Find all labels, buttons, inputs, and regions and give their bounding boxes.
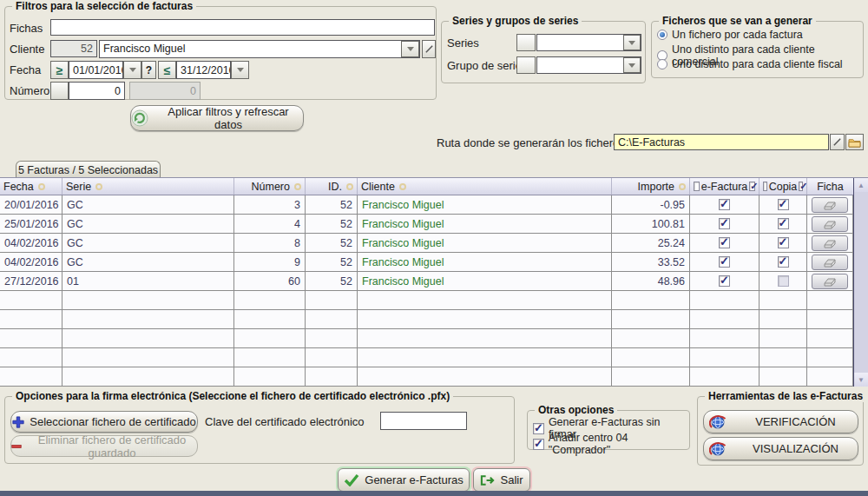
ficha-button[interactable] <box>812 274 848 289</box>
copia-checkbox[interactable] <box>778 275 789 287</box>
table-header-row: Fecha Serie Número ID. Cliente Importe e… <box>0 178 868 195</box>
table-row: 04/02/2016 GC 8 52 Francisco Miguel 25.2… <box>0 234 868 253</box>
header-importe[interactable]: Importe <box>612 178 690 195</box>
vertical-scrollbar[interactable]: ▲ ▼ <box>853 178 868 387</box>
efactura-checkbox[interactable] <box>719 256 730 268</box>
numero-input[interactable]: 0 <box>69 82 125 100</box>
scrollbar-down-button[interactable]: ▼ <box>854 373 868 387</box>
facturas-tab-label: 5 Facturas / 5 Seleccionadas <box>18 164 158 176</box>
cell-id: 52 <box>306 234 358 252</box>
cell-numero: 8 <box>234 234 306 252</box>
globe-icon <box>709 440 728 459</box>
ficha-icon <box>823 200 837 210</box>
copia-checkbox[interactable] <box>778 218 789 229</box>
grupo-series-label: Grupo de series <box>447 59 528 72</box>
scrollbar-up-button[interactable]: ▲ <box>854 178 868 192</box>
header-copia: Copia <box>760 178 807 195</box>
fecha-from-dropdown-button[interactable] <box>123 61 141 79</box>
cell-numero: 9 <box>234 253 306 271</box>
copia-checkbox[interactable] <box>778 199 789 210</box>
apply-filters-button[interactable]: Aplicar filtros y refrescar datos <box>130 105 304 131</box>
cell-id: 52 <box>306 195 358 214</box>
series-code-box[interactable] <box>516 34 536 51</box>
header-fecha[interactable]: Fecha <box>0 178 62 195</box>
numero-mode-button[interactable] <box>50 82 69 100</box>
ficha-button[interactable] <box>812 235 848 251</box>
cliente-dropdown-button[interactable] <box>401 41 419 57</box>
ruta-input[interactable]: C:\E-Facturas <box>614 134 829 150</box>
radio-icon[interactable] <box>657 30 667 40</box>
delete-certificate-button[interactable]: Eliminar fichero de certificado guardado <box>10 435 198 457</box>
select-certificate-button[interactable]: Seleccionar fichero de certificado <box>10 411 198 433</box>
clave-input[interactable] <box>380 412 467 430</box>
efactura-checkbox[interactable] <box>719 199 730 210</box>
radio-option-per-factura[interactable]: Un fichero por cada factura <box>657 29 803 41</box>
header-numero[interactable]: Número <box>234 178 306 195</box>
cell-numero: 3 <box>234 195 306 214</box>
efactura-all-checkbox[interactable] <box>749 182 755 191</box>
cell-efactura <box>690 234 760 252</box>
series-dropdown-button[interactable] <box>623 35 641 50</box>
cell-cliente: Francisco Miguel <box>358 272 612 290</box>
generar-efacturas-button[interactable]: Generar e-Facturas <box>338 468 470 492</box>
efacturas-window: Filtros para la selección de facturas Fi… <box>0 0 868 496</box>
header-cliente[interactable]: Cliente <box>358 178 612 195</box>
cliente-combo[interactable]: Francisco Miguel <box>99 40 420 58</box>
copia-checkbox[interactable] <box>778 237 789 248</box>
fichas-input[interactable] <box>50 19 435 36</box>
less-equal-icon: ≤ <box>164 63 171 77</box>
ficha-button[interactable] <box>812 255 848 270</box>
ficheros-group: Ficheros que se van a generar Un fichero… <box>651 21 864 78</box>
cell-serie: GC <box>62 195 234 214</box>
fecha-help-button[interactable]: ? <box>141 61 156 79</box>
refresh-icon <box>131 109 148 127</box>
fecha-from-input[interactable]: 01/01/2016 <box>69 61 123 79</box>
salir-button[interactable]: Salir <box>473 468 530 492</box>
copia-all-checkbox[interactable] <box>799 182 803 191</box>
fecha-label: Fecha <box>10 63 41 76</box>
header-serie[interactable]: Serie <box>62 178 234 195</box>
otras-opciones-title: Otras opciones <box>535 404 617 416</box>
radio-option-cliente-fiscal[interactable]: Uno distinto para cada cliente fiscal <box>657 58 843 70</box>
header-id[interactable]: ID. <box>306 178 358 195</box>
efactura-checkbox[interactable] <box>719 275 730 287</box>
table-row-empty <box>0 310 868 329</box>
option-centro-04[interactable]: Añadir centro 04 "Comprador" <box>533 432 689 456</box>
grupo-code-box[interactable] <box>516 56 536 74</box>
question-icon: ? <box>146 64 152 76</box>
fecha-to-dropdown-button[interactable] <box>231 61 249 79</box>
verificacion-button[interactable]: VERIFICACIÓN <box>703 410 858 433</box>
ficha-icon <box>823 257 837 268</box>
table-row-empty <box>0 367 868 387</box>
ruta-browse-button[interactable] <box>845 134 864 150</box>
efactura-none-checkbox[interactable] <box>694 182 700 191</box>
copia-none-checkbox[interactable] <box>763 182 767 191</box>
efactura-checkbox[interactable] <box>719 218 730 229</box>
radio-icon[interactable] <box>657 59 667 69</box>
ficha-button[interactable] <box>812 197 848 213</box>
grupo-dropdown-button[interactable] <box>623 57 641 73</box>
facturas-tab[interactable]: 5 Facturas / 5 Seleccionadas <box>16 161 161 178</box>
ficha-button[interactable] <box>812 216 848 232</box>
cell-copia <box>760 234 807 252</box>
facturas-table: Fecha Serie Número ID. Cliente Importe e… <box>0 177 868 386</box>
visualizacion-button[interactable]: VISUALIZACIÓN <box>703 437 858 460</box>
ruta-edit-button[interactable] <box>830 134 845 150</box>
fecha-to-op-button[interactable]: ≤ <box>158 61 176 79</box>
cell-copia <box>760 195 807 214</box>
efactura-checkbox[interactable] <box>719 237 730 248</box>
fecha-from-op-button[interactable]: ≥ <box>50 61 69 79</box>
cell-copia <box>760 215 807 233</box>
fecha-to-input[interactable]: 31/12/2016 <box>176 61 231 79</box>
cell-importe: 48.96 <box>612 272 690 290</box>
cliente-edit-button[interactable] <box>422 40 436 58</box>
generar-efacturas-label: Generar e-Facturas <box>365 473 463 486</box>
cell-fecha: 04/02/2016 <box>0 234 62 252</box>
centro-04-checkbox[interactable] <box>533 439 544 450</box>
copia-checkbox[interactable] <box>778 256 789 268</box>
clave-label: Clave del certificado electrónico <box>205 415 365 428</box>
bottom-bar <box>0 491 868 496</box>
cell-cliente: Francisco Miguel <box>358 195 612 214</box>
cliente-id-field[interactable]: 52 <box>50 40 97 57</box>
cell-numero: 60 <box>234 272 306 290</box>
